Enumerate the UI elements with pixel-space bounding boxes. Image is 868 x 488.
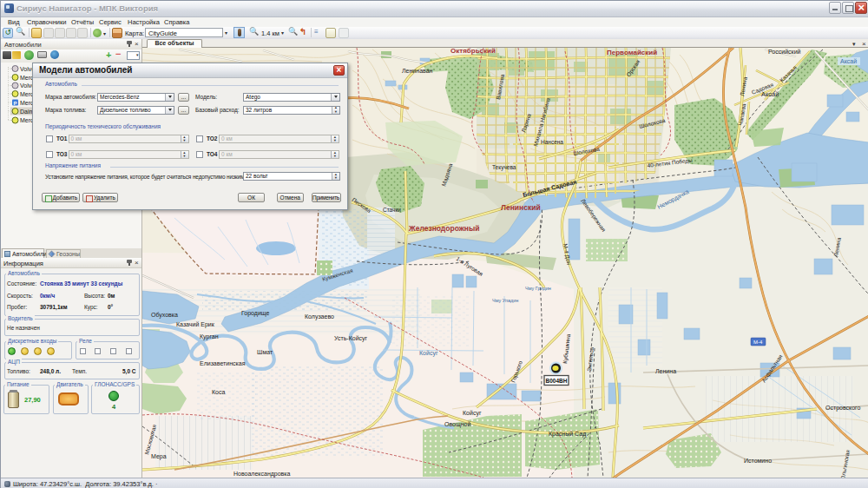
svg-text:Первомайский: Первомайский xyxy=(607,49,657,56)
svg-text:Казачий Ерик: Казачий Ерик xyxy=(176,321,215,328)
svg-text:Стачки: Стачки xyxy=(383,207,401,213)
svg-text:Койсуг: Койсуг xyxy=(463,410,482,417)
svg-text:Ленина: Ленина xyxy=(655,368,676,374)
svg-text:Текучева: Текучева xyxy=(492,164,516,171)
svg-text:Коса: Коса xyxy=(212,389,225,395)
svg-text:Аксай: Аксай xyxy=(840,58,857,64)
svg-text:Усть-Койсуг: Усть-Койсуг xyxy=(334,335,368,342)
svg-text:Истомино: Истомино xyxy=(744,458,772,464)
svg-text:Островского: Островского xyxy=(825,405,861,412)
svg-text:Елизаветинская: Елизаветинская xyxy=(200,360,246,366)
svg-text:Железнодорожный: Железнодорожный xyxy=(408,224,479,233)
svg-text:Чму Упадин: Чму Упадин xyxy=(492,298,518,303)
svg-text:Городище: Городище xyxy=(241,310,270,317)
svg-text:Курган: Курган xyxy=(200,333,219,340)
svg-text:В004ВН: В004ВН xyxy=(546,378,568,384)
svg-text:Шмат: Шмат xyxy=(257,349,273,355)
svg-text:Ленинский: Ленинский xyxy=(501,203,541,212)
svg-text:Овощной: Овощной xyxy=(444,421,470,428)
svg-text:Койсуг: Койсуг xyxy=(419,350,438,357)
svg-text:Аксай: Аксай xyxy=(761,90,779,98)
svg-text:Колузаево: Колузаево xyxy=(305,313,334,320)
svg-text:P: P xyxy=(14,101,17,106)
svg-text:Мера: Мера xyxy=(151,453,167,460)
svg-text:Чму Гридин: Чму Гридин xyxy=(525,286,551,291)
svg-text:Ленинаван: Ленинаван xyxy=(402,68,433,74)
svg-text:М-4: М-4 xyxy=(753,340,763,345)
svg-text:Обуховка: Обуховка xyxy=(151,312,178,319)
svg-text:Нансена: Нансена xyxy=(541,139,563,145)
svg-text:Октябрьский: Октябрьский xyxy=(450,48,496,55)
svg-text:Красный Сад: Красный Сад xyxy=(549,431,586,438)
svg-text:Новоалександровка: Новоалександровка xyxy=(233,471,291,478)
svg-text:Российский: Российский xyxy=(768,49,801,55)
